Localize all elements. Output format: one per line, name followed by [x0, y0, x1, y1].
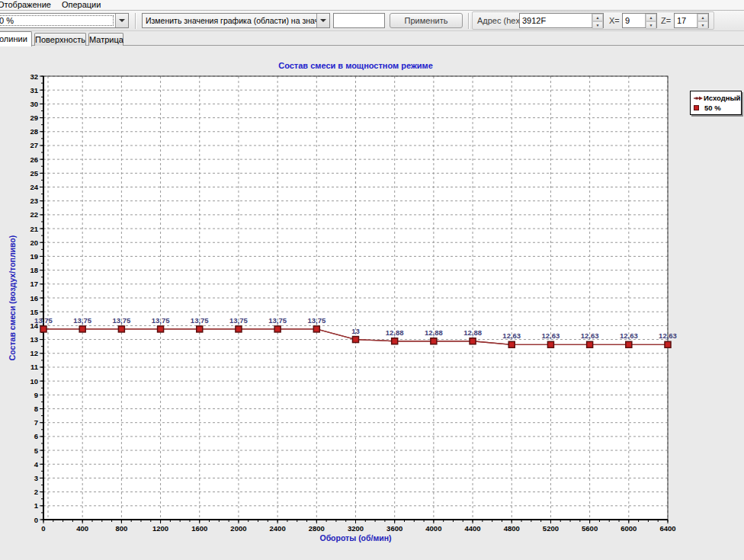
- svg-text:30: 30: [30, 100, 38, 108]
- svg-text:5600: 5600: [582, 524, 598, 533]
- svg-text:12,63: 12,63: [659, 331, 677, 340]
- tab-isolines[interactable]: Изолинии: [0, 31, 32, 46]
- svg-text:3600: 3600: [386, 524, 402, 533]
- address-input[interactable]: [520, 14, 592, 27]
- svg-text:12,88: 12,88: [425, 328, 443, 337]
- svg-text:29: 29: [30, 114, 38, 122]
- operation-combo-value: Изменить значения графика (области) на з…: [143, 16, 316, 25]
- legend: Исходный 50 %: [690, 91, 742, 115]
- svg-text:26: 26: [30, 155, 38, 164]
- svg-text:800: 800: [115, 524, 127, 533]
- svg-text:13,75: 13,75: [229, 316, 248, 325]
- svg-text:10: 10: [30, 377, 38, 386]
- spin-down-icon[interactable]: ▼: [592, 21, 603, 29]
- svg-text:12,63: 12,63: [542, 331, 560, 340]
- x-spinner[interactable]: ▲ ▼: [622, 13, 657, 28]
- operation-combo[interactable]: Изменить значения графика (области) на з…: [142, 13, 330, 28]
- legend-item-original: Исходный: [693, 93, 739, 103]
- svg-text:6000: 6000: [621, 524, 637, 533]
- chart-panel: Состав смеси в мощностном режиме Состав …: [0, 46, 744, 560]
- tab-surface[interactable]: Поверхность: [34, 33, 86, 46]
- svg-text:13,75: 13,75: [112, 316, 130, 325]
- menu-display[interactable]: Отображение: [0, 0, 56, 10]
- svg-text:400: 400: [76, 524, 88, 533]
- svg-text:17: 17: [30, 280, 38, 288]
- svg-text:31: 31: [30, 86, 38, 94]
- svg-text:24: 24: [30, 183, 38, 191]
- svg-text:1: 1: [34, 501, 39, 510]
- chevron-down-icon: [119, 19, 125, 22]
- svg-text:12,88: 12,88: [386, 328, 404, 337]
- svg-text:1600: 1600: [191, 524, 207, 533]
- x-axis-title: Обороты (об/мин): [43, 533, 668, 542]
- menu-operations[interactable]: Операции: [56, 0, 106, 10]
- x-input[interactable]: [623, 14, 645, 27]
- series-combo-arrow[interactable]: [115, 14, 128, 27]
- series-combo[interactable]: 50 %: [0, 13, 129, 28]
- tab-matrix[interactable]: Матрица: [88, 33, 123, 46]
- svg-text:3: 3: [34, 474, 38, 482]
- svg-text:23: 23: [30, 197, 38, 205]
- svg-text:13,75: 13,75: [34, 316, 53, 325]
- svg-text:13,75: 13,75: [307, 316, 326, 325]
- svg-text:13,75: 13,75: [191, 316, 209, 325]
- svg-text:13,75: 13,75: [73, 316, 91, 325]
- svg-text:13,75: 13,75: [268, 316, 287, 325]
- spin-buttons[interactable]: ▲ ▼: [645, 14, 656, 27]
- svg-text:8: 8: [34, 405, 38, 413]
- legend-item-50: 50 %: [693, 103, 739, 113]
- spin-down-icon[interactable]: ▼: [646, 21, 656, 29]
- chevron-down-icon: [320, 19, 326, 22]
- svg-text:12,63: 12,63: [620, 331, 638, 340]
- svg-text:2: 2: [34, 488, 38, 496]
- svg-text:32: 32: [30, 72, 38, 81]
- svg-text:25: 25: [30, 169, 38, 178]
- chart-plot[interactable]: 0123456789101112131415161718192021222324…: [0, 46, 744, 560]
- svg-text:20: 20: [30, 238, 38, 247]
- svg-text:5: 5: [34, 446, 39, 455]
- svg-text:13: 13: [351, 327, 360, 335]
- svg-text:18: 18: [30, 266, 38, 274]
- svg-text:2400: 2400: [270, 524, 286, 533]
- svg-text:3200: 3200: [348, 524, 364, 533]
- x-label: X=: [609, 16, 620, 25]
- menu-bar: Отображение Операции: [0, 0, 744, 11]
- svg-text:12,63: 12,63: [581, 331, 599, 340]
- svg-text:2800: 2800: [309, 524, 325, 533]
- spin-up-icon[interactable]: ▲: [646, 14, 656, 21]
- legend-label: Исходный: [704, 94, 740, 102]
- spin-up-icon[interactable]: ▲: [592, 14, 603, 21]
- svg-text:4400: 4400: [464, 524, 480, 533]
- svg-text:13,75: 13,75: [152, 316, 170, 325]
- svg-text:6400: 6400: [659, 524, 675, 533]
- svg-text:15: 15: [30, 308, 38, 316]
- svg-text:7: 7: [34, 418, 38, 427]
- svg-text:6: 6: [34, 432, 38, 440]
- svg-text:4: 4: [34, 460, 39, 469]
- z-spinner[interactable]: ▲ ▼: [674, 13, 709, 28]
- spin-buttons[interactable]: ▲ ▼: [697, 14, 708, 27]
- z-input[interactable]: [675, 14, 697, 27]
- spin-down-icon[interactable]: ▼: [698, 21, 708, 29]
- address-spinner[interactable]: ▲ ▼: [519, 13, 604, 28]
- svg-text:12: 12: [30, 349, 38, 357]
- svg-text:12,88: 12,88: [463, 328, 482, 337]
- apply-button[interactable]: Применить: [390, 13, 463, 28]
- operation-combo-arrow[interactable]: [316, 14, 329, 27]
- square-marker-icon: [693, 105, 704, 110]
- legend-label: 50 %: [704, 104, 721, 112]
- toolbar-separator: [135, 13, 136, 29]
- line-arrow-marker-icon: [693, 95, 704, 101]
- svg-text:9: 9: [34, 391, 38, 399]
- spin-up-icon[interactable]: ▲: [698, 14, 708, 21]
- svg-text:22: 22: [30, 210, 38, 219]
- svg-text:1200: 1200: [152, 524, 168, 533]
- svg-text:13: 13: [30, 335, 38, 344]
- spin-buttons[interactable]: ▲ ▼: [592, 14, 603, 27]
- z-label: Z=: [661, 16, 671, 25]
- value-input[interactable]: [333, 13, 385, 28]
- svg-text:21: 21: [30, 225, 38, 233]
- toolbar-separator: [468, 13, 470, 29]
- svg-text:2000: 2000: [230, 524, 246, 533]
- svg-text:12,63: 12,63: [502, 331, 521, 340]
